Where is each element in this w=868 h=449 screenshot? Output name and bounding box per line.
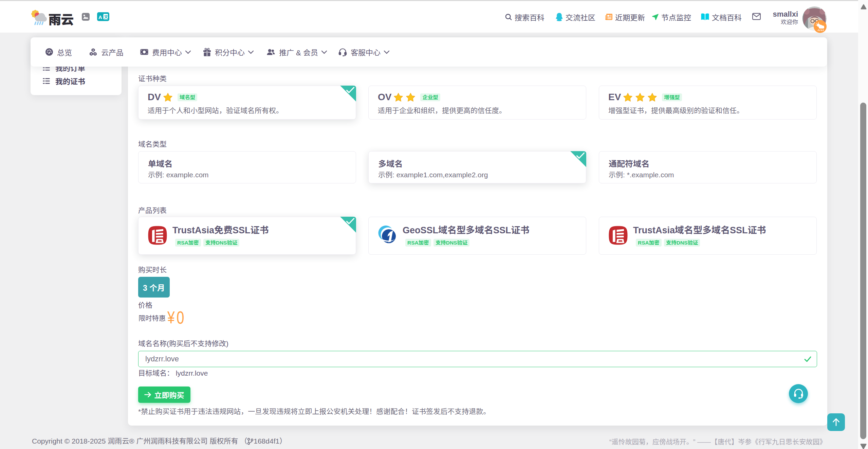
svg-text:A: A [98, 14, 102, 20]
svg-text:文: 文 [104, 14, 108, 19]
